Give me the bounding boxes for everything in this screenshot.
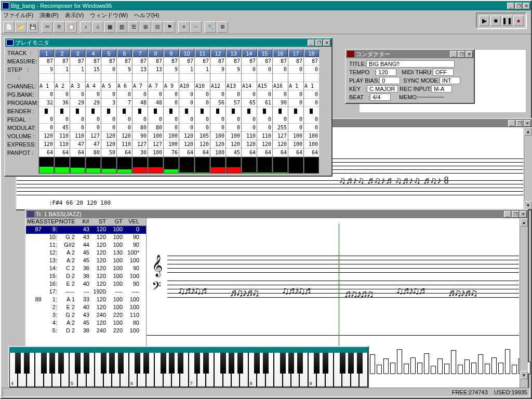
pm-track-5[interactable]: 5 87 0 A 5 0 3 0 0 120 120 50 xyxy=(101,49,116,174)
field-midithru[interactable]: OFF xyxy=(433,69,454,76)
black-key[interactable] xyxy=(101,353,107,374)
pm-track-17[interactable]: 17 87 0 A 1 0 0 0 0 100 100 64 xyxy=(288,49,303,174)
event-row[interactable]: 4:A 24512010080 xyxy=(26,320,146,327)
pm-track-9[interactable]: 9 87 9 A 9 0 0 0 0 100 100 76 xyxy=(163,49,179,174)
field-recinput[interactable]: M-A xyxy=(431,85,452,92)
pm-track-18[interactable]: 18 87 0 A 1 0 0 0 0 100 100 64 xyxy=(303,49,319,174)
track-editor-title[interactable]: Tr. 1 BASS(JAZZ) _ ❐ ✕ xyxy=(26,210,528,218)
black-key[interactable] xyxy=(49,353,55,374)
pm-track-1[interactable]: 1 87 9 A 1 0 32 0 0 120 120 64 xyxy=(38,49,54,174)
maximize-button[interactable]: ❐ xyxy=(515,3,522,9)
menu-window[interactable]: ウィンドウ(W) xyxy=(90,11,128,19)
te-min-button[interactable]: _ xyxy=(504,211,511,218)
piano-keyboard[interactable]: 456789 xyxy=(9,353,368,387)
black-key[interactable] xyxy=(314,353,320,374)
pm-track-13[interactable]: 13 87 9 A13 0 57 0 0 100 120 45 xyxy=(225,49,241,174)
menu-help[interactable]: ヘルプ(H) xyxy=(134,11,159,19)
pm-close-button[interactable]: ✕ xyxy=(323,39,330,46)
stop-button[interactable]: ■ xyxy=(490,16,501,26)
event-row[interactable]: 13:A 245120100100 xyxy=(26,257,146,265)
event-row[interactable]: 2:E 240120100100 xyxy=(26,304,146,312)
tool-a[interactable]: ♪ xyxy=(80,21,91,33)
pm-max-button[interactable]: ❐ xyxy=(315,39,323,46)
black-key[interactable] xyxy=(229,353,234,374)
tool-mix[interactable]: ⚙ xyxy=(217,21,228,33)
pm-track-2[interactable]: 2 87 1 A 2 0 36 0 45 110 110 64 xyxy=(54,49,70,174)
tool-b[interactable]: ♫ xyxy=(92,21,103,33)
pm-track-8[interactable]: 8 87 13 A 7 0 48 0 80 100 127 100 xyxy=(148,49,163,174)
pm-track-16[interactable]: 16 87 0 A16 0 90 0 255 127 120 64 xyxy=(272,49,288,174)
black-key[interactable] xyxy=(357,353,363,374)
cond-close-button[interactable]: ✕ xyxy=(466,51,473,58)
menu-file[interactable]: ファイル(F) xyxy=(3,11,33,19)
menu-view[interactable]: 表示(V) xyxy=(65,11,84,19)
pm-track-10[interactable]: 10 87 1 A10 0 0 0 0 120 120 64 xyxy=(179,49,194,174)
pause-button[interactable]: ❚❚ xyxy=(502,16,512,26)
event-row[interactable]: 3:G 243240220110 xyxy=(26,312,146,320)
black-key[interactable] xyxy=(280,353,286,374)
tool-d[interactable]: ▥ xyxy=(116,21,127,33)
tool-minus[interactable]: − xyxy=(190,21,202,33)
pm-track-11[interactable]: 11 87 1 A10 0 0 0 0 105 120 64 xyxy=(194,49,210,174)
field-tempo[interactable]: 120 xyxy=(376,69,396,76)
scroll-up-icon[interactable]: ▲ xyxy=(520,218,528,227)
cond-min-button[interactable]: _ xyxy=(450,51,457,58)
record-button[interactable]: ● xyxy=(513,16,524,26)
scroll-up-icon[interactable]: ▲ xyxy=(524,127,532,136)
tool-tune[interactable]: 🔧 xyxy=(205,21,216,33)
black-key[interactable] xyxy=(263,353,269,374)
black-key[interactable] xyxy=(75,353,81,374)
tool-cut[interactable]: ✂ xyxy=(42,21,53,33)
tool-plus[interactable]: + xyxy=(178,21,190,33)
event-row[interactable]: 881:A 133120100100 xyxy=(26,296,146,304)
close-button[interactable]: ✕ xyxy=(523,3,530,9)
tool-copy[interactable]: ⎘ xyxy=(54,21,65,33)
pm-track-4[interactable]: 4 87 15 A 4 0 29 0 0 127 47 80 xyxy=(85,49,101,174)
field-beat[interactable]: 4/4 xyxy=(370,94,391,101)
black-key[interactable] xyxy=(340,353,345,374)
field-key[interactable]: C MAJOR xyxy=(367,85,398,92)
tool-f[interactable]: ⊞ xyxy=(140,21,151,33)
black-key[interactable] xyxy=(143,353,149,374)
black-key[interactable] xyxy=(220,353,226,374)
black-key[interactable] xyxy=(178,353,183,374)
pm-track-6[interactable]: 6 87 9 A 6 0 7 0 0 120 110 64 xyxy=(116,49,132,174)
score-min-button[interactable]: _ xyxy=(508,120,515,127)
field-syncmode[interactable]: INT xyxy=(440,77,460,84)
black-key[interactable] xyxy=(237,353,243,374)
black-key[interactable] xyxy=(203,353,209,374)
black-key[interactable] xyxy=(109,353,115,374)
black-key[interactable] xyxy=(323,353,328,374)
event-row[interactable]: 11:G#24412010090 xyxy=(26,242,146,249)
field-title[interactable]: BIG BANG!! xyxy=(366,60,455,68)
tool-new[interactable]: 📄 xyxy=(3,21,15,33)
event-row[interactable]: 15:D 238120100100 xyxy=(26,273,146,281)
black-key[interactable] xyxy=(118,353,124,374)
field-playbias[interactable]: 0 xyxy=(379,77,400,84)
event-row[interactable]: 16:E 24012010090 xyxy=(26,281,146,288)
piano-titlebar[interactable] xyxy=(9,347,368,353)
pm-track-7[interactable]: 7 87 13 A 7 0 48 0 80 90 127 30 xyxy=(132,49,148,174)
pm-track-15[interactable]: 15 87 0 A15 0 61 0 0 110 120 64 xyxy=(257,49,272,174)
play-monitor-title[interactable]: プレイモニタ _ ❐ ✕ xyxy=(5,38,331,47)
tool-e[interactable]: ☰ xyxy=(128,21,139,33)
te-vscrollbar[interactable]: ▲ ▼ xyxy=(520,218,528,388)
minimize-button[interactable]: _ xyxy=(507,3,514,9)
event-row[interactable]: 879:431201000 xyxy=(26,226,146,234)
score-close-button[interactable]: ✕ xyxy=(524,120,531,127)
tool-save[interactable]: 💾 xyxy=(27,21,38,33)
pm-track-14[interactable]: 14 87 0 A14 0 65 0 0 110 120 64 xyxy=(241,49,257,174)
black-key[interactable] xyxy=(161,353,166,374)
pm-track-3[interactable]: 3 87 1 A 3 0 29 0 0 110 47 64 xyxy=(70,49,85,174)
black-key[interactable] xyxy=(58,353,64,374)
te-max-button[interactable]: ❐ xyxy=(512,211,519,218)
event-row[interactable]: 10:G 24312010090 xyxy=(26,234,146,242)
pm-track-12[interactable]: 12 87 9 A12 0 56 0 0 100 120 100 xyxy=(210,49,225,174)
tool-c[interactable]: ▦ xyxy=(104,21,115,33)
score-max-button[interactable]: ❐ xyxy=(516,120,523,127)
tool-h[interactable]: ⚑ xyxy=(164,21,175,33)
tool-g[interactable]: ⊟ xyxy=(152,21,163,33)
vscrollbar[interactable]: ▲ ▼ xyxy=(524,127,532,209)
black-key[interactable] xyxy=(41,353,47,374)
field-memo[interactable] xyxy=(418,97,444,98)
